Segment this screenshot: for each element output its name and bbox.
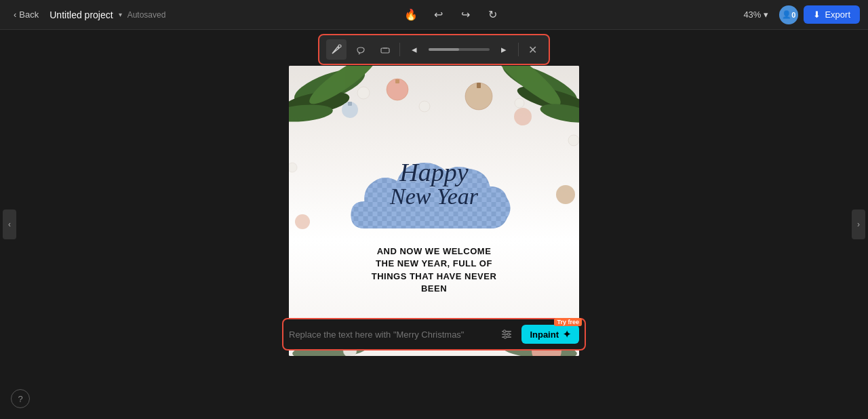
new-year-text: New Year: [344, 184, 524, 209]
prompt-input[interactable]: [289, 330, 492, 340]
autosaved-label: Autosaved: [127, 10, 166, 20]
canvas-card[interactable]: Happy New Year AND NOW WE WELCOMETHE NEW…: [289, 66, 579, 356]
prev-tool-button[interactable]: ◂: [404, 39, 425, 60]
lasso-tool-button[interactable]: [351, 39, 371, 60]
refresh-button[interactable]: ↻: [483, 5, 502, 24]
emoji-icon[interactable]: 🔥: [401, 5, 420, 24]
settings-icon: [501, 329, 512, 340]
export-label: Export: [825, 9, 850, 20]
topbar-center: 🔥 ↩ ↪ ↻: [165, 5, 738, 24]
left-arrow-icon: ‹: [8, 220, 11, 229]
brush-icon: [331, 44, 342, 55]
zoom-chevron-icon: ▾: [764, 9, 768, 20]
prompt-settings-button[interactable]: [497, 325, 516, 344]
lasso-icon: [355, 44, 366, 55]
try-free-badge: Try free: [554, 318, 582, 326]
happy-text: Happy: [344, 159, 524, 186]
hny-text-overlay: Happy New Year: [344, 159, 524, 209]
prompt-bar: Try free Inpaint ✦: [282, 318, 586, 351]
right-arrow-icon: ›: [857, 220, 860, 229]
eraser-tool-button[interactable]: [375, 39, 395, 60]
slider-fill: [429, 48, 459, 51]
left-panel-arrow[interactable]: ‹: [3, 210, 16, 239]
slider-track[interactable]: [429, 48, 490, 51]
zoom-control[interactable]: 43% ▾: [738, 7, 774, 22]
back-label: Back: [19, 9, 39, 20]
collab-icon: 👤: [782, 10, 791, 19]
topbar-right: 43% ▾ 👤 0 ⬇ Export: [738, 5, 860, 24]
right-panel-arrow[interactable]: ›: [852, 210, 865, 239]
toolbar-divider: [399, 43, 400, 56]
project-title[interactable]: Untitled project: [50, 9, 113, 20]
toolbar-close-button[interactable]: ✕: [523, 40, 542, 59]
collab-button[interactable]: 👤 0: [779, 5, 798, 24]
svg-point-46: [504, 336, 507, 338]
canvas-area: ‹ ›: [0, 30, 868, 419]
next-tool-button[interactable]: ▸: [494, 39, 514, 60]
help-icon: ?: [18, 394, 22, 404]
topbar-left: ‹ Back Untitled project ▾ Autosaved: [8, 7, 165, 22]
redo-button[interactable]: ↪: [456, 5, 475, 24]
collab-count: 0: [791, 11, 795, 19]
deleted-element-overlay: Happy New Year: [344, 140, 524, 252]
size-slider[interactable]: [429, 48, 490, 51]
canvas-wrapper: Happy New Year AND NOW WE WELCOMETHE NEW…: [289, 66, 579, 356]
floating-toolbar: ◂ ▸ ✕: [318, 34, 550, 65]
undo-button[interactable]: ↩: [429, 5, 448, 24]
inpaint-label: Inpaint: [530, 330, 559, 340]
inpaint-button[interactable]: Try free Inpaint ✦: [521, 325, 579, 344]
chevron-down-icon[interactable]: ▾: [119, 11, 122, 18]
help-button[interactable]: ?: [11, 389, 30, 408]
back-arrow-icon: ‹: [14, 9, 16, 20]
topbar: ‹ Back Untitled project ▾ Autosaved 🔥 ↩ …: [0, 0, 868, 30]
toolbar-divider-2: [518, 43, 519, 56]
svg-rect-1: [381, 48, 389, 53]
back-button[interactable]: ‹ Back: [8, 7, 44, 22]
inpaint-icon: ✦: [563, 329, 571, 340]
svg-point-0: [338, 45, 341, 47]
svg-point-45: [507, 333, 510, 336]
eraser-icon: [380, 44, 391, 55]
export-button[interactable]: ⬇ Export: [804, 5, 860, 24]
zoom-level: 43%: [743, 9, 761, 20]
download-icon: ⬇: [813, 9, 821, 20]
brush-tool-button[interactable]: [326, 39, 347, 60]
svg-point-44: [503, 330, 506, 333]
